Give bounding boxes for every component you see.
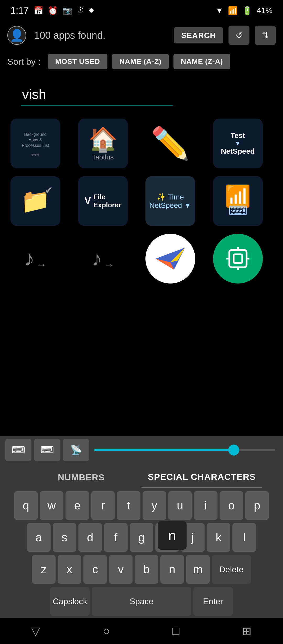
key-i[interactable]: i — [194, 491, 217, 520]
house-icon: 🏠 — [88, 126, 118, 153]
app-background-apps[interactable]: BackgroundApps &Processes List ♥♥♥ — [10, 119, 60, 168]
notification-dot — [89, 8, 94, 13]
v-letter-icon: V — [85, 196, 91, 207]
status-bar: 1:17 📅 ⏰ 📷 ⏱ ▼ 📶 🔋 41% — [0, 0, 283, 21]
sort-icon: ⇅ — [262, 30, 269, 40]
sort-toggle-button[interactable]: ⇅ — [255, 26, 276, 45]
slider-thumb — [228, 445, 239, 456]
search-area — [0, 73, 283, 111]
key-k[interactable]: k — [207, 523, 230, 552]
kb-row-3: z x c v b n n m Delete — [3, 554, 280, 585]
key-enter[interactable]: Enter — [193, 587, 233, 616]
app-wifi-keyboard[interactable]: 📶 ⌨ — [213, 176, 263, 226]
sort-by-label: Sort by : — [7, 57, 41, 67]
search-input[interactable] — [21, 84, 173, 106]
key-s[interactable]: s — [53, 523, 76, 552]
sort-name-az[interactable]: NAME (A-Z) — [112, 54, 169, 69]
refresh-button[interactable]: ↺ — [228, 26, 249, 45]
keyboard-switch-btn-2[interactable]: ⌨ — [34, 439, 60, 461]
search-button[interactable]: SEARCH — [174, 27, 223, 43]
key-x[interactable]: x — [58, 555, 81, 584]
pencil-icon: ✏️ — [151, 125, 190, 162]
sort-most-used[interactable]: MOST USED — [48, 54, 107, 69]
wifi-strength-icon: 📶 — [228, 6, 238, 15]
paper-plane-svg — [152, 240, 189, 277]
app-paper-plane[interactable] — [145, 234, 195, 284]
app-music-transfer-2[interactable]: ♪ → — [78, 234, 128, 284]
keyboard-icon-2: ⌨ — [40, 445, 54, 456]
nav-back[interactable]: ▽ — [31, 624, 40, 638]
key-b[interactable]: b — [135, 555, 158, 584]
keyboard-toolbar: ⌨ ⌨ 📡 — [0, 436, 283, 464]
key-m[interactable]: m — [186, 555, 210, 584]
key-c[interactable]: c — [83, 555, 107, 584]
timer-icon: ⏱ — [77, 6, 85, 15]
key-g[interactable]: g — [130, 523, 153, 552]
battery-icon: 🔋 — [242, 6, 252, 15]
app-file-explorer[interactable]: V FileExplorer — [78, 176, 128, 226]
svg-rect-3 — [229, 250, 247, 267]
keyboard-switch-btn-1[interactable]: ⌨ — [5, 439, 31, 461]
keyboard-icon: ⌨ — [228, 203, 247, 218]
key-z[interactable]: z — [32, 555, 56, 584]
key-o[interactable]: o — [220, 491, 243, 520]
key-f[interactable]: f — [104, 523, 128, 552]
bottom-nav: ▽ ○ □ ⊞ — [0, 618, 283, 644]
kb-row-1: q w e r t y u i o p — [3, 490, 280, 521]
key-q[interactable]: q — [14, 491, 38, 520]
key-n-popup: n — [158, 521, 187, 550]
key-space[interactable]: Space — [92, 587, 191, 616]
sort-bar: Sort by : MOST USED NAME (A-Z) NAME (Z-A… — [0, 50, 283, 73]
tab-special-characters[interactable]: SPECIAL CHARACTERS — [142, 467, 262, 487]
key-w[interactable]: w — [40, 491, 63, 520]
key-delete[interactable]: Delete — [212, 555, 251, 584]
key-e[interactable]: e — [66, 491, 89, 520]
apps-found-label: 100 apps found. — [31, 30, 168, 41]
nav-keyboard[interactable]: ⊞ — [242, 624, 252, 638]
app-folder[interactable]: 📁 ✔ — [10, 176, 60, 226]
key-a[interactable]: a — [27, 523, 51, 552]
svg-rect-4 — [233, 254, 242, 263]
battery-percent: 41% — [257, 6, 273, 15]
status-time: 1:17 — [10, 5, 29, 16]
calendar-icon: 📅 — [34, 6, 43, 15]
arrow-right-icon-1: → — [36, 259, 47, 271]
folder-icon: 📁 ✔ — [21, 187, 50, 215]
key-l[interactable]: l — [232, 523, 256, 552]
app-pencil[interactable]: ✏️ — [145, 119, 195, 168]
key-n[interactable]: n n — [160, 555, 184, 584]
remote-btn[interactable]: 📡 — [63, 439, 89, 461]
kb-row-2: a s d f g h j k l — [3, 522, 280, 553]
key-v[interactable]: v — [109, 555, 133, 584]
remote-icon: 📡 — [70, 445, 82, 456]
arrow-right-icon-2: → — [104, 259, 114, 271]
key-t[interactable]: t — [117, 491, 140, 520]
key-r[interactable]: r — [91, 491, 115, 520]
slider-fill — [94, 449, 230, 451]
green-app-svg — [224, 244, 252, 273]
user-icon: 👤 — [10, 29, 24, 42]
nav-recents[interactable]: □ — [172, 624, 179, 637]
keyboard-icon-1: ⌨ — [12, 445, 25, 456]
nav-home[interactable]: ○ — [103, 624, 110, 637]
key-d[interactable]: d — [78, 523, 102, 552]
photo-icon: 📷 — [62, 6, 72, 15]
tab-numbers[interactable]: NUMBERS — [21, 467, 142, 487]
key-u[interactable]: u — [168, 491, 192, 520]
key-capslock[interactable]: Capslock — [50, 587, 90, 616]
app-music-transfer-1[interactable]: ♪ → — [10, 234, 60, 284]
app-testnetspeed[interactable]: Test ▼ NetSpeed — [213, 119, 263, 168]
music-note-icon-2: ♪ — [92, 247, 102, 271]
keyboard-area: ⌨ ⌨ 📡 NUMBERS SPECIAL CHARACTERS q w e r… — [0, 436, 283, 618]
key-p[interactable]: p — [245, 491, 269, 520]
app-taotlus[interactable]: 🏠 Taotlus — [78, 119, 128, 168]
kb-row-4: Capslock Space Enter — [3, 586, 280, 617]
avatar[interactable]: 👤 — [7, 26, 26, 45]
sort-name-za[interactable]: NAME (Z-A) — [173, 54, 230, 69]
key-y[interactable]: y — [143, 491, 166, 520]
app-green[interactable] — [213, 234, 263, 284]
keyboard-tabs: NUMBERS SPECIAL CHARACTERS — [0, 464, 283, 490]
app-time-netspeed[interactable]: ✨ Time NetSpeed ▼ — [145, 176, 195, 226]
app-grid: BackgroundApps &Processes List ♥♥♥ 🏠 Tao… — [0, 111, 283, 291]
wifi-icon: ▼ — [215, 6, 223, 15]
